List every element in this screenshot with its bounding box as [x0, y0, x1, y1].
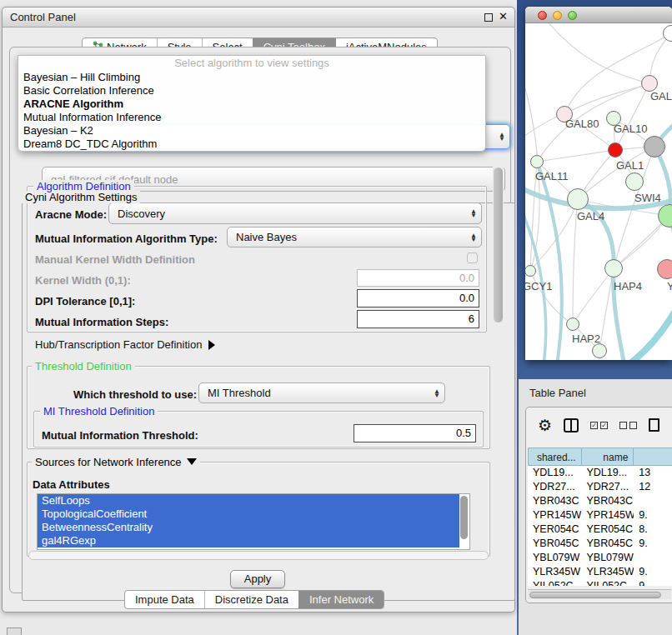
- tab-impute-data[interactable]: Impute Data: [125, 591, 204, 608]
- table-cell: YDL19...: [581, 466, 634, 480]
- table-row[interactable]: YIL052CYIL052C9: [528, 579, 672, 586]
- network-node[interactable]: [592, 343, 607, 358]
- node-label-swi4: SWI4: [634, 192, 661, 204]
- algorithm-option-dream8-dc-tdc-algorithm[interactable]: Dream8 DC_TDC Algorithm: [18, 138, 485, 151]
- mi-algorithm-type-combo[interactable]: Naive Bayes ▲▼: [227, 227, 482, 248]
- network-canvas[interactable]: GALGAL80GAL10GAL1GAL11GAL4SWI4GCY1HAP4YH…: [525, 23, 672, 360]
- table-row[interactable]: YBR043CYBR043C: [528, 494, 672, 508]
- table-row[interactable]: YBL079WYBL079W: [528, 551, 672, 565]
- horizontal-scrollbar[interactable]: [28, 551, 489, 560]
- tab-infer-network[interactable]: Infer Network: [298, 591, 384, 608]
- network-node-gal4[interactable]: [567, 188, 589, 210]
- dpi-tolerance-label: DPI Tolerance [0,1]:: [35, 295, 135, 308]
- column-view-icon[interactable]: [564, 418, 579, 432]
- table-cell: YBR043C: [581, 494, 634, 508]
- table-cell: [634, 494, 672, 508]
- node-label-gal: GAL: [650, 90, 672, 102]
- algorithm-option-bayesian-hill-climbing[interactable]: Bayesian – Hill Climbing: [18, 71, 485, 84]
- which-threshold-combo[interactable]: MI Threshold ▲▼: [198, 382, 445, 403]
- mi-threshold-label: Mutual Information Threshold:: [42, 429, 198, 442]
- close-traffic-light-icon[interactable]: [538, 11, 547, 20]
- manual-kernel-width-label: Manual Kernel Width Definition: [35, 253, 195, 266]
- network-node-gal11[interactable]: [530, 155, 544, 168]
- aracne-mode-combo[interactable]: Discovery ▲▼: [108, 202, 482, 224]
- table-row[interactable]: YBR045CYBR045C9.: [528, 537, 672, 551]
- data-attributes-list[interactable]: SelfLoopsTopologicalCoefficientBetweenne…: [37, 493, 470, 550]
- table-cell: YPR145W: [581, 508, 634, 522]
- node-label-gcy1: GCY1: [525, 280, 552, 292]
- table-horizontal-scrollbar[interactable]: [528, 589, 671, 599]
- algorithm-option-mutual-information-inference[interactable]: Mutual Information Inference: [18, 111, 485, 124]
- tab-discretize-data[interactable]: Discretize Data: [204, 591, 298, 608]
- mi-steps-field[interactable]: 6: [357, 310, 479, 328]
- algorithm-option-aracne-algorithm[interactable]: ARACNE Algorithm: [18, 98, 485, 111]
- table-cell: YDL19...: [528, 466, 581, 480]
- table-cell: YIL052C: [528, 579, 581, 586]
- zoom-traffic-light-icon[interactable]: [568, 11, 577, 20]
- settings-scrollbar[interactable]: [493, 165, 504, 557]
- table-panel-title: Table Panel: [529, 387, 586, 399]
- network-node[interactable]: [608, 142, 623, 158]
- dpi-tolerance-field[interactable]: 0.0: [357, 289, 479, 308]
- aracne-mode-label: Aracne Mode:: [35, 208, 107, 221]
- manual-kernel-width-checkbox[interactable]: [467, 252, 478, 263]
- table-row[interactable]: YDL19...YDL19...13: [528, 466, 672, 480]
- file-icon[interactable]: [649, 418, 659, 432]
- unchecked-pair-icon[interactable]: [619, 422, 637, 429]
- column-header-shared-[interactable]: shared...: [528, 448, 582, 466]
- table-row[interactable]: YDR27...YDR27...12: [528, 480, 672, 494]
- node-label-gal80: GAL80: [565, 118, 599, 130]
- table-cell: 9.: [634, 565, 672, 579]
- table-cell: YDR27...: [528, 480, 581, 494]
- table-header-row: shared...name: [528, 448, 672, 466]
- table-row[interactable]: YER054CYER054C8.: [528, 522, 672, 537]
- hub-factor-definition-toggle[interactable]: Hub/Transcription Factor Definition: [35, 338, 215, 351]
- network-node-hap4[interactable]: [604, 259, 623, 278]
- table-cell: YBR043C: [528, 494, 581, 508]
- table-row[interactable]: YPR145WYPR145W9.: [528, 508, 672, 522]
- algorithm-option-basic-correlation-inference[interactable]: Basic Correlation Inference: [18, 84, 485, 98]
- settings-scrollbar-thumb[interactable]: [494, 168, 503, 322]
- control-panel-titlebar[interactable]: Control Panel ✕: [3, 8, 514, 28]
- table-cell: YLR345W: [528, 565, 581, 579]
- attribute-item-topologicalcoefficient[interactable]: TopologicalCoefficient: [38, 508, 459, 521]
- attribute-item-betweennesscentrality[interactable]: BetweennessCentrality: [38, 521, 459, 534]
- gear-icon[interactable]: ⚙: [538, 418, 552, 433]
- sources-group-title[interactable]: Sources for Network Inference: [32, 456, 200, 468]
- algorithm-popup-prompt: Select algorithm to view settings: [18, 56, 485, 71]
- network-node[interactable]: [644, 136, 665, 158]
- column-header-extra[interactable]: [634, 448, 672, 466]
- table-toolbar: ⚙ ✓✓: [526, 408, 672, 442]
- network-window-titlebar[interactable]: [525, 7, 672, 23]
- kernel-width-field[interactable]: 0.0: [357, 269, 479, 287]
- table-row[interactable]: YLR345WYLR345W9.: [528, 565, 672, 579]
- attribute-item-selfloops[interactable]: SelfLoops: [38, 494, 459, 508]
- algorithm-dropdown-popup: Select algorithm to view settings Bayesi…: [18, 55, 486, 152]
- screen: Control Panel ✕ NetworkStyleSelectCyni T…: [0, 0, 672, 635]
- table-cell: 13: [634, 466, 672, 480]
- data-attributes-label: Data Attributes: [33, 478, 110, 491]
- algorithm-option-bayesian-k2[interactable]: Bayesian – K2: [18, 124, 485, 138]
- stepper-arrows-icon: ▲▼: [429, 389, 444, 398]
- minimized-window-icon[interactable]: [7, 628, 22, 635]
- table-scrollbar-thumb[interactable]: [529, 592, 661, 598]
- network-node-gal[interactable]: [641, 75, 658, 92]
- network-node-gal1[interactable]: [625, 172, 644, 191]
- collapse-down-icon: [187, 458, 197, 465]
- minimize-traffic-light-icon[interactable]: [553, 11, 562, 20]
- attribute-item-gal4rgexp[interactable]: gal4RGexp: [38, 534, 459, 548]
- column-header-name[interactable]: name: [582, 448, 634, 466]
- apply-button[interactable]: Apply: [230, 570, 285, 588]
- network-view-window: GALGAL80GAL10GAL1GAL11GAL4SWI4GCY1HAP4YH…: [525, 7, 672, 360]
- expand-right-icon: [208, 340, 215, 350]
- kernel-width-label: Kernel Width (0,1):: [35, 274, 131, 287]
- network-node-hap2[interactable]: [566, 318, 579, 331]
- checked-pair-icon[interactable]: ✓✓: [590, 422, 608, 429]
- restore-window-icon[interactable]: [484, 13, 493, 22]
- close-window-icon[interactable]: ✕: [499, 10, 508, 22]
- settings-group-title: Cyni Algorithm Settings: [22, 191, 140, 203]
- list-scrollbar[interactable]: [460, 496, 468, 539]
- network-node-y[interactable]: [657, 259, 672, 279]
- node-label-gal4: GAL4: [577, 210, 604, 222]
- mi-threshold-field[interactable]: 0.5: [354, 424, 476, 442]
